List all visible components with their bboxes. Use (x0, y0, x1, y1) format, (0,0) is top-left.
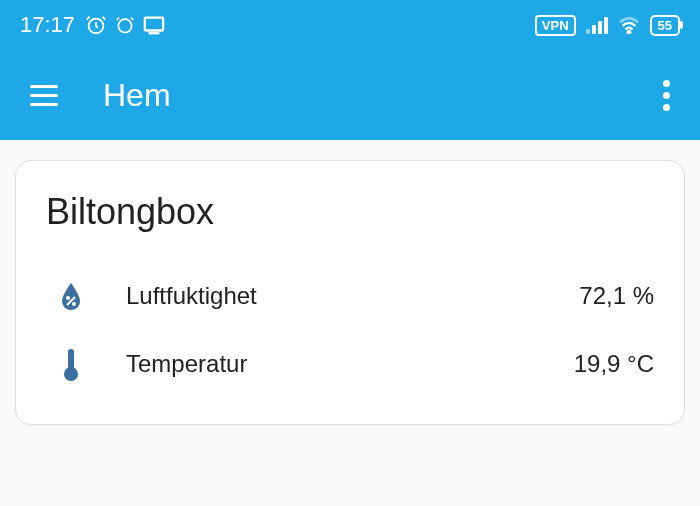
signal-icon (586, 16, 608, 34)
svg-point-1 (118, 19, 131, 32)
alarm-icon (85, 14, 107, 36)
thermometer-icon (46, 347, 96, 381)
svg-point-4 (627, 31, 630, 34)
alarm-icon-2 (115, 15, 135, 35)
status-bar: 17:17 VPN (0, 0, 700, 50)
humidity-row[interactable]: Luftfuktighet 72,1 % (46, 263, 654, 329)
card-title: Biltongbox (46, 191, 654, 233)
app-bar: Hem (0, 50, 700, 140)
svg-point-5 (66, 296, 70, 300)
hamburger-menu-icon[interactable] (20, 75, 68, 116)
status-time: 17:17 (20, 12, 75, 38)
temperature-value: 19,9 °C (574, 350, 654, 378)
wifi-icon (618, 16, 640, 34)
svg-point-6 (72, 302, 76, 306)
svg-point-9 (64, 367, 78, 381)
page-title: Hem (103, 77, 653, 114)
content-area: Biltongbox Luftfuktighet 72,1 % (0, 140, 700, 445)
temperature-row[interactable]: Temperatur 19,9 °C (46, 329, 654, 399)
vpn-indicator: VPN (535, 15, 576, 36)
battery-indicator: 55 (650, 15, 680, 36)
status-left-group: 17:17 (20, 12, 165, 38)
humidity-value: 72,1 % (579, 282, 654, 310)
humidity-icon (46, 281, 96, 311)
sensor-card: Biltongbox Luftfuktighet 72,1 % (15, 160, 685, 425)
cast-icon (143, 15, 165, 35)
humidity-label: Luftfuktighet (126, 282, 579, 310)
svg-rect-2 (145, 18, 163, 31)
status-icons-left (85, 14, 165, 36)
temperature-label: Temperatur (126, 350, 574, 378)
more-options-icon[interactable] (653, 70, 680, 121)
status-right-group: VPN 55 (535, 15, 680, 36)
